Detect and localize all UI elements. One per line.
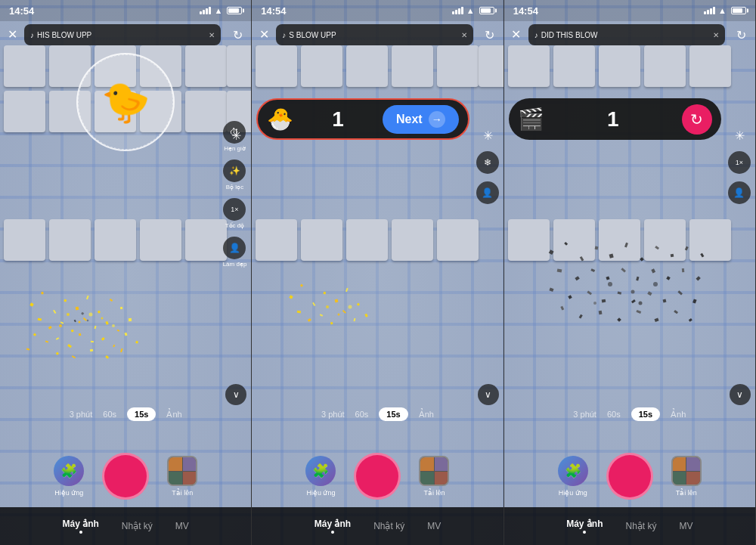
- music-bar-2[interactable]: ♪ S BLOW UPP ✕: [276, 24, 472, 45]
- signal-bar: [713, 7, 715, 14]
- dur-60s-2[interactable]: 60s: [355, 410, 369, 419]
- tab-camera-2[interactable]: Máy ảnh: [314, 519, 351, 534]
- record-button-1[interactable]: [102, 453, 149, 500]
- svg-point-39: [112, 324, 115, 327]
- svg-rect-23: [91, 341, 94, 343]
- upload-button-2[interactable]: Tải lên: [419, 456, 449, 497]
- tab-camera-1[interactable]: Máy ảnh: [62, 519, 98, 534]
- dur-60s-3[interactable]: 60s: [607, 410, 621, 419]
- svg-rect-3: [64, 299, 67, 302]
- person-btn-3[interactable]: 👤: [728, 181, 751, 204]
- upload-button-1[interactable]: Tải lên: [167, 456, 197, 497]
- filter-control-1[interactable]: ✨ Bộ lọc: [223, 159, 247, 190]
- music-note-1: ♪: [30, 31, 34, 39]
- tab-diary-3[interactable]: Nhật ký: [625, 521, 656, 531]
- dur-3min-1[interactable]: 3 phút: [70, 410, 93, 419]
- signal-bar: [206, 8, 208, 14]
- freeze-control-2[interactable]: ❄: [476, 151, 499, 174]
- dur-3min-3[interactable]: 3 phút: [573, 410, 596, 419]
- refresh-button-3[interactable]: ↻: [731, 24, 752, 45]
- signal-bar: [452, 11, 454, 14]
- svg-rect-74: [606, 276, 609, 280]
- tab-mv-3[interactable]: MV: [680, 521, 693, 531]
- svg-point-100: [631, 290, 634, 294]
- upload-button-3[interactable]: Tải lên: [671, 456, 702, 497]
- svg-rect-5: [86, 296, 89, 299]
- svg-point-36: [89, 313, 93, 317]
- speed-control-1[interactable]: 1× Tốc độ: [223, 198, 247, 229]
- svg-rect-27: [135, 341, 138, 344]
- dur-60s-1[interactable]: 60s: [103, 410, 116, 419]
- close-button-2[interactable]: ✕: [255, 25, 273, 43]
- tab-mv-1[interactable]: MV: [175, 521, 189, 531]
- dur-photo-1[interactable]: Ảnh: [166, 410, 181, 420]
- next-button-2[interactable]: Next →: [383, 105, 459, 134]
- record-button-2[interactable]: [354, 453, 401, 500]
- effect-button-1[interactable]: 🧩 Hiệu ứng: [54, 456, 84, 497]
- music-bar-1[interactable]: ♪ HIS BLOW UPP ✕: [24, 24, 221, 45]
- dur-photo-3[interactable]: Ảnh: [671, 410, 686, 420]
- refresh-button-2[interactable]: ↻: [479, 24, 500, 45]
- freeze-btn-2[interactable]: ❄: [476, 151, 499, 174]
- beauty-btn-1[interactable]: 👤: [223, 237, 246, 259]
- upload-label-3: Tải lên: [676, 489, 697, 497]
- svg-rect-20: [56, 337, 59, 340]
- status-bar-3: 14:54 ▲: [504, 0, 755, 21]
- record-button-3[interactable]: [606, 453, 653, 500]
- dur-15s-1[interactable]: 15s: [127, 407, 156, 421]
- svg-point-103: [638, 302, 642, 305]
- speed-control-3[interactable]: 1×: [728, 151, 751, 174]
- record-area-3: 🧩 Hiệu ứng Tải lên: [504, 453, 755, 500]
- svg-rect-76: [636, 277, 639, 281]
- dur-15s-3[interactable]: 15s: [631, 407, 660, 421]
- key-bg: [479, 45, 503, 87]
- chevron-down-3[interactable]: ∨: [730, 384, 751, 405]
- svg-rect-88: [662, 299, 666, 303]
- music-close-1[interactable]: ✕: [209, 31, 215, 39]
- chevron-down-2[interactable]: ∨: [478, 384, 499, 405]
- person-control-3[interactable]: 👤: [728, 181, 751, 204]
- signal-bar: [458, 8, 460, 14]
- tab-diary-1[interactable]: Nhật ký: [122, 521, 153, 531]
- close-button-3[interactable]: ✕: [507, 25, 525, 43]
- music-close-2[interactable]: ✕: [461, 31, 467, 39]
- reload-button-3[interactable]: ↻: [682, 104, 712, 135]
- svg-rect-47: [335, 299, 339, 303]
- svg-point-58: [338, 314, 340, 316]
- upload-label-1: Tải lên: [172, 489, 193, 497]
- key-bg: [185, 219, 227, 261]
- tab-mv-2[interactable]: MV: [427, 521, 441, 531]
- beauty-control-1[interactable]: 👤 Làm đẹp: [223, 237, 247, 268]
- signal-bar: [455, 10, 457, 14]
- speed-btn-3[interactable]: 1×: [728, 151, 751, 174]
- person-control-2[interactable]: 👤: [476, 181, 499, 204]
- svg-rect-29: [56, 352, 59, 355]
- person-btn-2[interactable]: 👤: [476, 181, 499, 204]
- music-bar-3[interactable]: ♪ DID THIS BLOW ✕: [528, 24, 725, 45]
- svg-rect-22: [79, 333, 82, 336]
- tab-diary-2[interactable]: Nhật ký: [373, 521, 404, 531]
- clapper-count-3: 1: [607, 107, 619, 132]
- tab-camera-3[interactable]: Máy ảnh: [566, 519, 603, 534]
- svg-point-99: [608, 282, 612, 286]
- svg-rect-51: [308, 318, 311, 322]
- effect-icon-2: 🧩: [305, 456, 336, 486]
- speed-btn-1[interactable]: 1×: [223, 198, 246, 221]
- filter-btn-1[interactable]: ✨: [223, 159, 246, 182]
- dur-photo-2[interactable]: Ảnh: [419, 410, 434, 420]
- dur-3min-2[interactable]: 3 phút: [321, 410, 345, 419]
- close-button-1[interactable]: ✕: [3, 25, 21, 43]
- svg-rect-32: [105, 355, 109, 359]
- refresh-button-1[interactable]: ↻: [227, 24, 248, 45]
- svg-rect-81: [549, 287, 553, 291]
- music-close-3[interactable]: ✕: [713, 31, 719, 39]
- signal-bar: [203, 10, 205, 14]
- dur-15s-2[interactable]: 15s: [379, 407, 407, 421]
- svg-rect-90: [692, 299, 696, 303]
- flash-button-1[interactable]: ✳: [225, 125, 246, 146]
- flash-button-2[interactable]: ✳: [478, 125, 499, 146]
- effect-button-3[interactable]: 🧩 Hiệu ứng: [558, 456, 588, 497]
- flash-button-3[interactable]: ✳: [730, 125, 751, 146]
- status-time-1: 14:54: [9, 5, 34, 17]
- effect-button-2[interactable]: 🧩 Hiệu ứng: [305, 456, 336, 497]
